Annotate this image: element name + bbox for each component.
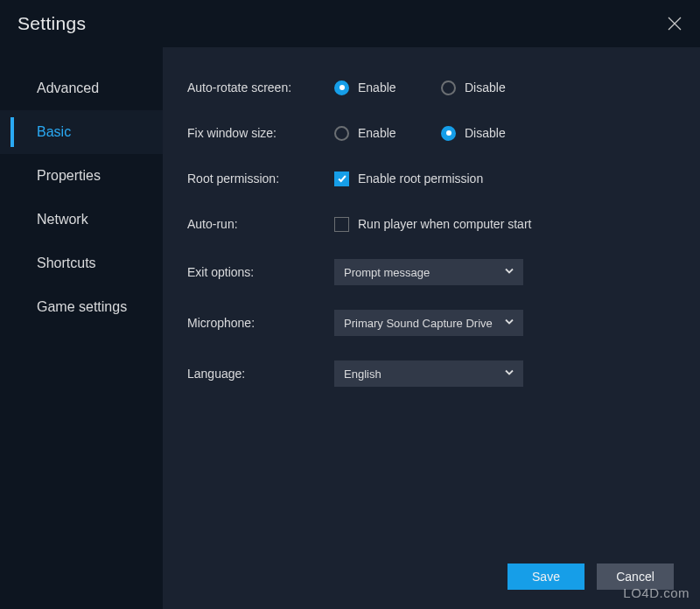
checkbox-box-icon <box>334 172 349 186</box>
radio-label: Disable <box>465 126 506 140</box>
sidebar-item-label: Network <box>37 212 88 228</box>
checkbox-root-permission[interactable]: Enable root permission <box>334 172 483 186</box>
radio-fix-window-enable[interactable]: Enable <box>334 126 441 141</box>
window-title: Settings <box>18 13 86 34</box>
radio-auto-rotate-disable[interactable]: Disable <box>441 80 548 95</box>
label-fix-window: Fix window size: <box>187 126 334 140</box>
sidebar-item-label: Game settings <box>37 299 127 315</box>
row-auto-rotate: Auto-rotate screen: Enable Disable <box>187 77 674 98</box>
radio-fix-window-disable[interactable]: Disable <box>441 126 548 141</box>
chevron-down-icon <box>503 265 515 280</box>
sidebar-item-label: Basic <box>37 124 71 140</box>
controls-fix-window: Enable Disable <box>334 126 548 141</box>
checkbox-auto-run[interactable]: Run player when computer start <box>334 217 531 232</box>
window-body: Advanced Basic Properties Network Shortc… <box>0 47 700 609</box>
row-exit-options: Exit options: Prompt message <box>187 259 674 285</box>
label-auto-rotate: Auto-rotate screen: <box>187 80 334 94</box>
window-header: Settings <box>0 0 700 47</box>
checkbox-label: Enable root permission <box>358 172 483 186</box>
save-button[interactable]: Save <box>508 564 584 590</box>
settings-panel: Auto-rotate screen: Enable Disable Fix w… <box>163 47 700 609</box>
sidebar-item-advanced[interactable]: Advanced <box>0 66 163 110</box>
sidebar-item-game-settings[interactable]: Game settings <box>0 285 163 329</box>
radio-label: Disable <box>465 80 506 94</box>
settings-window: Settings Advanced Basic Properties Netwo… <box>0 0 700 609</box>
radio-circle-icon <box>441 80 456 95</box>
sidebar-item-network[interactable]: Network <box>0 198 163 242</box>
chevron-down-icon <box>503 367 515 382</box>
row-fix-window: Fix window size: Enable Disable <box>187 122 674 144</box>
select-microphone[interactable]: Primary Sound Capture Drive <box>334 310 523 336</box>
chevron-down-icon <box>503 316 515 331</box>
radio-label: Enable <box>358 126 396 140</box>
radio-circle-icon <box>334 80 349 95</box>
label-auto-run: Auto-run: <box>187 217 334 231</box>
radio-circle-icon <box>334 126 349 141</box>
radio-circle-icon <box>441 126 456 141</box>
row-root-permission: Root permission: Enable root permission <box>187 168 674 189</box>
select-language[interactable]: English <box>334 360 523 387</box>
sidebar-item-label: Advanced <box>37 80 99 96</box>
sidebar: Advanced Basic Properties Network Shortc… <box>0 47 163 609</box>
radio-auto-rotate-enable[interactable]: Enable <box>334 80 441 95</box>
label-language: Language: <box>187 367 334 381</box>
sidebar-item-shortcuts[interactable]: Shortcuts <box>0 242 163 285</box>
select-value: Prompt message <box>344 266 430 279</box>
select-exit-options[interactable]: Prompt message <box>334 259 523 285</box>
label-microphone: Microphone: <box>187 316 334 330</box>
cancel-button[interactable]: Cancel <box>597 564 674 590</box>
sidebar-item-label: Shortcuts <box>37 256 96 271</box>
select-value: Primary Sound Capture Drive <box>344 317 493 330</box>
label-root-permission: Root permission: <box>187 172 334 186</box>
sidebar-item-label: Properties <box>37 168 101 184</box>
sidebar-item-basic[interactable]: Basic <box>0 110 163 154</box>
controls-auto-rotate: Enable Disable <box>334 80 548 95</box>
label-exit-options: Exit options: <box>187 265 334 279</box>
row-microphone: Microphone: Primary Sound Capture Drive <box>187 310 674 336</box>
close-icon[interactable] <box>667 16 682 32</box>
row-language: Language: English <box>187 360 674 387</box>
radio-label: Enable <box>358 80 396 94</box>
checkbox-box-icon <box>334 217 349 232</box>
footer-actions: Save Cancel <box>508 564 674 590</box>
row-auto-run: Auto-run: Run player when computer start <box>187 214 674 234</box>
sidebar-item-properties[interactable]: Properties <box>0 154 163 198</box>
select-value: English <box>344 368 382 381</box>
checkbox-label: Run player when computer start <box>358 217 531 231</box>
